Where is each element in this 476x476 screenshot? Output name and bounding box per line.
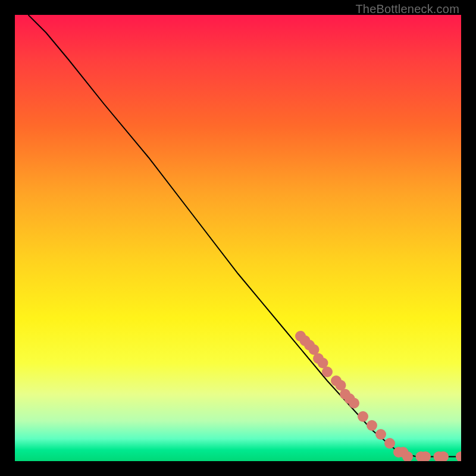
data-point: [456, 452, 461, 462]
data-point: [322, 367, 333, 377]
bottleneck-curve: [29, 15, 462, 457]
chart-frame: TheBottleneck.com: [0, 0, 476, 476]
data-point: [375, 429, 386, 440]
data-point: [358, 411, 368, 422]
attribution-label: TheBottleneck.com: [355, 2, 459, 16]
chart-markers: [295, 331, 461, 461]
data-point: [384, 438, 395, 449]
data-point: [367, 420, 377, 431]
chart-plot-area: [15, 15, 461, 461]
chart-line-series: [29, 15, 462, 457]
data-point: [349, 398, 359, 409]
chart-svg: [15, 15, 461, 461]
